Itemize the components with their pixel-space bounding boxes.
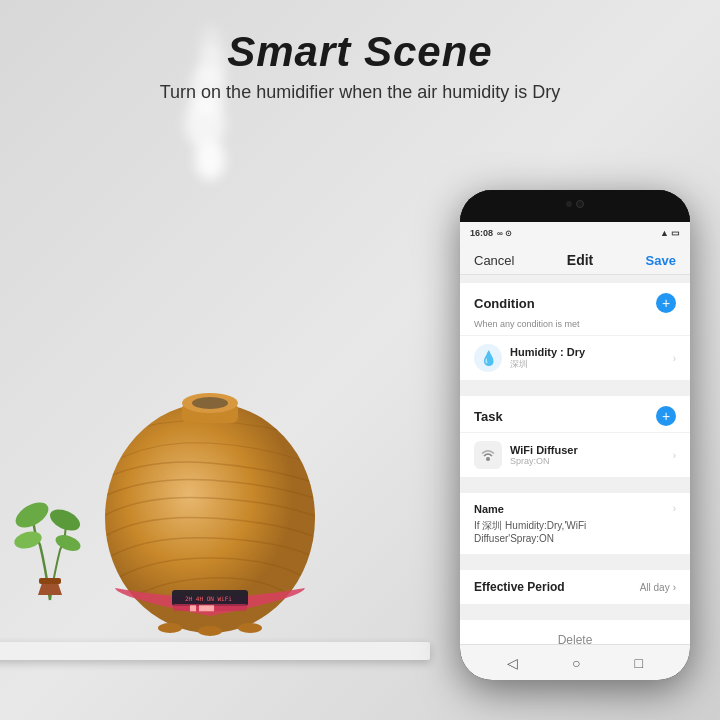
condition-header: Condition + — [460, 283, 690, 319]
condition-item-title: Humidity : Dry — [510, 346, 673, 358]
time-display: 16:08 — [470, 228, 493, 238]
task-content: WiFi Diffuser Spray:ON — [510, 444, 673, 466]
spacer-5 — [460, 612, 690, 620]
svg-point-16 — [198, 626, 222, 636]
task-add-button[interactable]: + — [656, 406, 676, 426]
effective-period-chevron: › — [673, 582, 676, 593]
task-row[interactable]: WiFi Diffuser Spray:ON › — [460, 432, 690, 477]
subtitle: Turn on the humidifier when the air humi… — [160, 82, 561, 103]
task-header: Task + — [460, 396, 690, 432]
humidifier-body: 2H 4H ON WiFi ██ █████ — [90, 358, 330, 642]
content-area: 2H 4H ON WiFi ██ █████ — [0, 103, 720, 720]
bottom-nav: ◁ ○ □ — [460, 644, 690, 680]
edit-title: Edit — [567, 252, 593, 268]
svg-text:██ █████: ██ █████ — [189, 605, 215, 612]
task-item-title: WiFi Diffuser — [510, 444, 673, 456]
effective-period-value: All day › — [640, 582, 676, 593]
main-title: Smart Scene — [160, 28, 561, 76]
save-button[interactable]: Save — [646, 253, 676, 268]
condition-add-button[interactable]: + — [656, 293, 676, 313]
spacer-4 — [460, 562, 690, 570]
svg-rect-4 — [39, 578, 61, 584]
svg-point-3 — [53, 532, 82, 554]
svg-point-15 — [158, 623, 182, 633]
recent-button[interactable]: □ — [635, 655, 643, 671]
condition-content: Humidity : Dry 深圳 — [510, 346, 673, 371]
phone-outer: 16:08 ∞ ⊙ ▲ ▭ Cancel Edit Save — [460, 190, 690, 680]
name-label: Name — [474, 503, 669, 515]
spacer-1 — [460, 275, 690, 283]
svg-text:2H 4H ON WiFi: 2H 4H ON WiFi — [185, 595, 232, 602]
condition-item-subtitle: 深圳 — [510, 358, 673, 371]
spacer-3 — [460, 485, 690, 493]
svg-point-18 — [486, 457, 490, 461]
task-title: Task — [474, 409, 503, 424]
task-item-subtitle: Spray:ON — [510, 456, 673, 466]
effective-period-text: All day — [640, 582, 670, 593]
app-header: Cancel Edit Save — [460, 244, 690, 275]
humidifier-area: 2H 4H ON WiFi ██ █████ — [20, 160, 400, 660]
phone-top-bar — [460, 190, 690, 222]
svg-point-17 — [238, 623, 262, 633]
condition-icon: 💧 — [474, 344, 502, 372]
name-section[interactable]: Name If 深圳 Humidity:Dry,'WiFi Diffuser'S… — [460, 493, 690, 554]
condition-chevron: › — [673, 353, 676, 364]
plant-area — [10, 485, 90, 605]
name-chevron: › — [673, 503, 676, 514]
svg-point-14 — [192, 397, 228, 409]
svg-point-0 — [11, 497, 52, 532]
condition-row[interactable]: 💧 Humidity : Dry 深圳 › — [460, 335, 690, 380]
effective-period-row[interactable]: Effective Period All day › — [460, 570, 690, 604]
svg-point-2 — [12, 529, 43, 552]
name-value: If 深圳 Humidity:Dry,'WiFi Diffuser'Spray:… — [474, 519, 669, 544]
status-dots: ∞ ⊙ — [497, 229, 512, 238]
spacer-2 — [460, 388, 690, 396]
shelf — [0, 642, 430, 660]
app-content: Condition + When any condition is met 💧 … — [460, 275, 690, 648]
battery-icon: ▭ — [671, 228, 680, 238]
condition-title: Condition — [474, 296, 535, 311]
camera-dot — [566, 201, 572, 207]
home-button[interactable]: ○ — [572, 655, 580, 671]
phone-camera — [540, 198, 610, 210]
status-right: ▲ ▭ — [660, 228, 680, 238]
task-card: Task + — [460, 396, 690, 477]
header-section: Smart Scene Turn on the humidifier when … — [160, 0, 561, 103]
phone: 16:08 ∞ ⊙ ▲ ▭ Cancel Edit Save — [460, 190, 690, 680]
phone-screen: Cancel Edit Save Condition + When any — [460, 244, 690, 648]
status-bar: 16:08 ∞ ⊙ ▲ ▭ — [460, 222, 690, 244]
camera-lens — [576, 200, 584, 208]
effective-period-label: Effective Period — [474, 580, 565, 594]
wifi-icon: ▲ — [660, 228, 669, 238]
back-button[interactable]: ◁ — [507, 655, 518, 671]
task-chevron: › — [673, 450, 676, 461]
cancel-button[interactable]: Cancel — [474, 253, 514, 268]
status-left: 16:08 ∞ ⊙ — [470, 228, 512, 238]
condition-card: Condition + When any condition is met 💧 … — [460, 283, 690, 380]
condition-subtitle: When any condition is met — [460, 319, 690, 335]
page-container: Smart Scene Turn on the humidifier when … — [0, 0, 720, 720]
wifi-diffuser-icon — [474, 441, 502, 469]
